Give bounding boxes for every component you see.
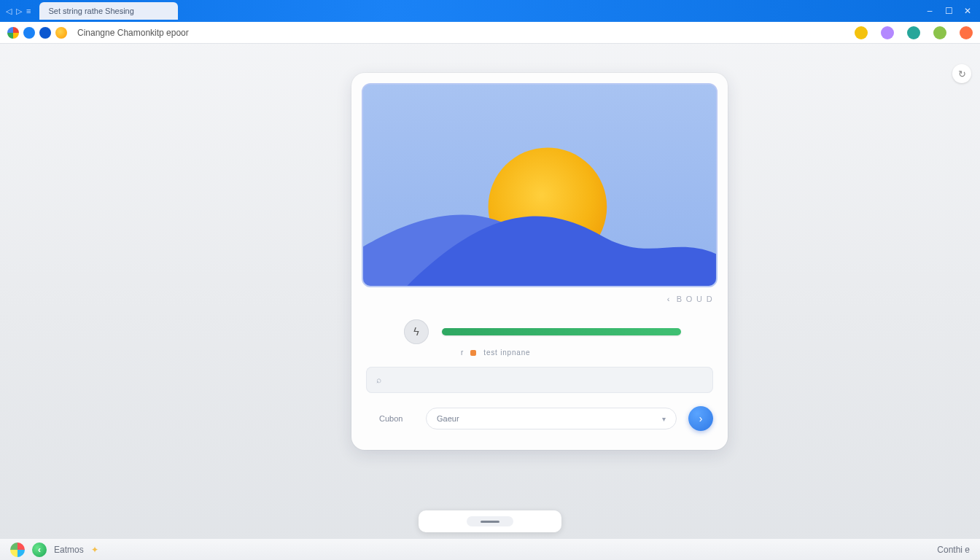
extension-icon[interactable]: [933, 26, 946, 39]
search-field[interactable]: [389, 375, 703, 385]
window-titlebar: ◁ ▷ ≡ Set string rathe Shesing – ☐ ✕: [0, 0, 980, 22]
weather-icon: [55, 27, 67, 39]
window-maximize-button[interactable]: ☐: [942, 4, 955, 18]
progress-caption: test inpnane: [483, 349, 530, 357]
lightning-icon: ϟ: [413, 325, 420, 338]
browser-toolbar: Cinangne Chamonkitp epoor: [0, 22, 980, 44]
chevron-left-icon[interactable]: ‹: [667, 295, 671, 303]
refresh-icon: ↻: [958, 69, 966, 79]
submit-button[interactable]: ›: [688, 406, 713, 431]
window-close-button[interactable]: ✕: [961, 4, 974, 18]
address-text[interactable]: Cinangne Chamonkitp epoor: [77, 28, 189, 38]
hero-image: [362, 83, 718, 287]
hero-meta-text: B O U D: [677, 295, 713, 303]
caption-marker: r: [461, 349, 463, 357]
category-label: Cubon: [366, 414, 414, 423]
progress-bar[interactable]: [442, 328, 681, 335]
flag-chip-icon: [470, 350, 476, 356]
select-value: Gaeur: [437, 414, 459, 423]
window-minimize-button[interactable]: –: [923, 4, 936, 18]
taskbar-right-text[interactable]: Conthi e: [937, 545, 970, 555]
star-icon: ✦: [91, 545, 98, 555]
category-select[interactable]: Gaeur ▾: [426, 408, 677, 429]
nav-forward-icon[interactable]: ▷: [16, 7, 22, 16]
search-input[interactable]: ⌕: [366, 367, 713, 393]
extension-icon[interactable]: [907, 26, 920, 39]
extension-icon[interactable]: [881, 26, 894, 39]
taskbar-app-label[interactable]: Eatmos: [54, 545, 84, 555]
progress-caption-row: r test inpnane: [461, 349, 718, 357]
hero-meta: ‹ B O U D: [362, 287, 718, 303]
chrome-logo-icon: [7, 27, 19, 39]
nav-menu-icon[interactable]: ≡: [26, 7, 31, 15]
bottom-dock[interactable]: [419, 510, 561, 532]
browser-tab[interactable]: Set string rathe Shesing: [39, 2, 177, 20]
action-pill-button[interactable]: ϟ: [404, 319, 429, 344]
search-icon: ⌕: [376, 375, 381, 385]
progress-row: ϟ: [404, 319, 681, 344]
nav-back-icon[interactable]: ◁: [6, 7, 12, 16]
category-row: Cubon Gaeur ▾ ›: [366, 406, 713, 431]
chevron-down-icon: ▾: [662, 415, 666, 423]
tab-title: Set string rathe Shesing: [48, 7, 133, 15]
dock-handle[interactable]: [467, 516, 513, 526]
os-taskbar: Eatmos ✦ Conthi e: [0, 538, 980, 560]
chevron-right-icon: ›: [699, 413, 703, 424]
nav-dot-icon: [39, 27, 51, 39]
handle-bar-icon: [481, 521, 499, 523]
refresh-floating-button[interactable]: ↻: [952, 64, 971, 83]
nav-dot-icon: [23, 27, 35, 39]
extension-icon[interactable]: [960, 26, 973, 39]
app-icon[interactable]: [32, 542, 47, 557]
extension-icon[interactable]: [855, 26, 868, 39]
start-icon[interactable]: [10, 542, 25, 557]
main-card: ‹ B O U D ϟ r test inpnane ⌕ Cubon Gaeur…: [351, 73, 728, 450]
